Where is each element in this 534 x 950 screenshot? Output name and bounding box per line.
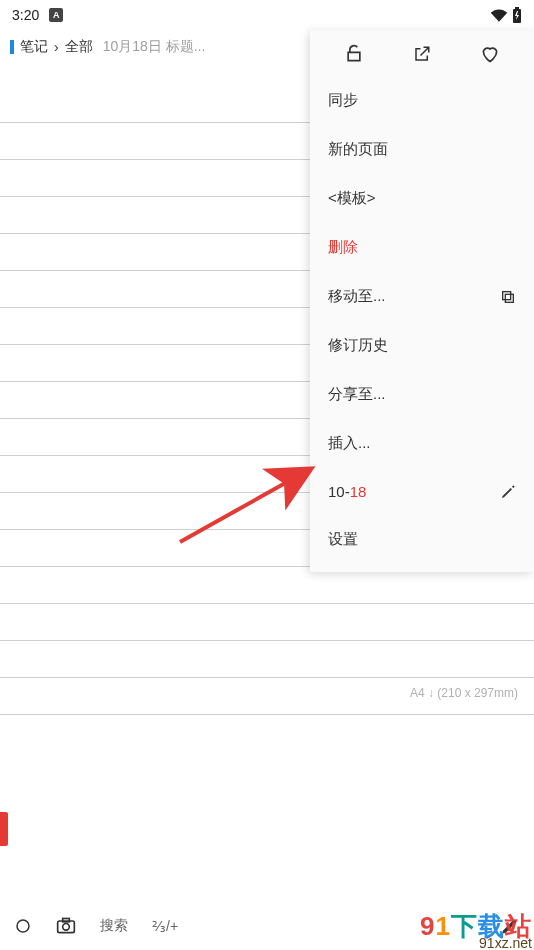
svg-rect-8 (63, 919, 70, 922)
svg-rect-1 (515, 7, 519, 9)
breadcrumb-root[interactable]: 笔记 (20, 38, 48, 56)
battery-icon (512, 7, 522, 23)
edit-icon[interactable] (500, 484, 516, 500)
status-bar: 3:20 A (0, 0, 534, 30)
menu-date[interactable]: 10-18 (310, 468, 534, 515)
breadcrumb-marker (10, 40, 14, 54)
search-label[interactable]: 搜索 (100, 917, 128, 935)
overflow-menu: 同步 新的页面 <模板> 删除 移动至... 修订历史 分享至... 插入...… (310, 30, 534, 572)
svg-point-5 (17, 920, 29, 932)
svg-rect-3 (505, 294, 513, 302)
menu-new-page[interactable]: 新的页面 (310, 125, 534, 174)
wifi-icon (490, 8, 508, 22)
camera-icon[interactable] (56, 917, 76, 935)
menu-template[interactable]: <模板> (310, 174, 534, 223)
page-edge-tab[interactable] (0, 812, 8, 846)
circle-tool-icon[interactable] (14, 917, 32, 935)
lock-icon[interactable] (344, 44, 364, 64)
menu-share-to[interactable]: 分享至... (310, 370, 534, 419)
menu-insert[interactable]: 插入... (310, 419, 534, 468)
chevron-right-icon: › (54, 39, 59, 55)
menu-settings[interactable]: 设置 (310, 515, 534, 564)
menu-sync[interactable]: 同步 (310, 76, 534, 125)
watermark: 91下载站 91xz.net (420, 913, 532, 950)
breadcrumb-subtitle: 10月18日 标题... (103, 38, 206, 56)
svg-rect-4 (503, 291, 511, 299)
text-indicator-icon: A (49, 8, 63, 22)
svg-point-7 (63, 924, 70, 931)
zoom-indicator[interactable]: ⅔/+ (152, 918, 178, 934)
open-external-icon[interactable] (413, 45, 431, 63)
heart-icon[interactable] (480, 44, 500, 64)
status-time: 3:20 (12, 7, 39, 23)
paper-size-label: A4 ↓ (210 x 297mm) (410, 686, 518, 700)
menu-delete[interactable]: 删除 (310, 223, 534, 272)
menu-move-to[interactable]: 移动至... (310, 272, 534, 321)
copy-icon (500, 289, 516, 305)
breadcrumb-all[interactable]: 全部 (65, 38, 93, 56)
menu-revision-history[interactable]: 修订历史 (310, 321, 534, 370)
